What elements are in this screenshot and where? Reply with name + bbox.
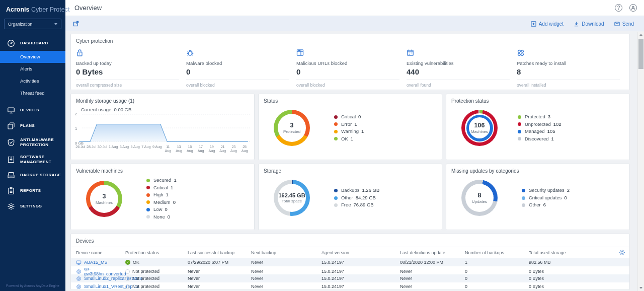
- sidebar-item-devices[interactable]: DEVICES: [0, 102, 65, 118]
- legend-label: Protected: [525, 113, 545, 121]
- table-row[interactable]: SmallLinux1_VRest_replica Not protected …: [71, 282, 629, 290]
- donut-center-label: Machines: [471, 129, 488, 134]
- scrollbar-thumb[interactable]: [638, 39, 643, 69]
- gear-icon: [7, 202, 15, 210]
- sidebar-item-reports[interactable]: REPORTS: [0, 183, 65, 198]
- legend-dot: [518, 115, 521, 119]
- sidebar-item-plans[interactable]: PLANS: [0, 118, 65, 133]
- storage-widget: Storage 162.45 GBTotal space Backups1.26…: [258, 164, 442, 230]
- protection-status-widget: Protection status 106Machines Protected3…: [446, 94, 630, 160]
- table-row[interactable]: ABA15_MS ✓OK 07/29/2020 6:07 PM Never 15…: [71, 258, 629, 266]
- legend-value: 2: [567, 187, 570, 194]
- legend-item: Backups1.26 GB: [334, 187, 379, 194]
- plus-square-icon: [531, 21, 536, 27]
- agent-version-cell: 15.0.24197: [321, 284, 400, 289]
- device-link[interactable]: SmallLinux1_VRest_replica: [71, 284, 125, 289]
- patch-icon: [517, 49, 620, 57]
- legend-label: High: [153, 191, 164, 199]
- help-icon[interactable]: ?: [615, 4, 622, 12]
- add-widget-button[interactable]: Add widget: [531, 21, 564, 27]
- sidebar-item-anti-malware[interactable]: ANTI-MALWARE PROTECTION: [0, 133, 65, 152]
- scroll-down-arrow[interactable]: [638, 285, 644, 291]
- column-header-number-of-backups[interactable]: Number of backups: [465, 250, 529, 255]
- sidebar-item-backup-storage[interactable]: BACKUP STORAGE: [0, 167, 65, 183]
- y-tick: 2: [75, 112, 77, 116]
- organization-selector[interactable]: Organization: [4, 19, 61, 29]
- top-bar: Overview ?: [65, 0, 644, 16]
- legend-item: Security updates2: [522, 187, 570, 194]
- legend-dot: [334, 196, 338, 200]
- stat-value: 0 Bytes: [76, 67, 179, 80]
- legend-dot: [146, 186, 150, 189]
- legend-value: 6: [543, 201, 546, 209]
- last-backup-cell: Never: [188, 269, 251, 274]
- legend-dot: [518, 122, 521, 126]
- x-tick: 17 Aug: [197, 145, 205, 154]
- table-settings-button[interactable]: [619, 249, 625, 257]
- column-header-total-used-storage[interactable]: Total used storage: [529, 250, 629, 255]
- x-tick: 11 Aug: [164, 145, 172, 154]
- sidebar-item-dashboard[interactable]: DASHBOARD: [0, 35, 65, 51]
- stat-label: Backed up today: [76, 60, 179, 66]
- legend-label: Low: [153, 206, 162, 213]
- sidebar-item-alerts[interactable]: Alerts: [0, 63, 65, 75]
- column-header-device-name[interactable]: Device name: [71, 250, 125, 255]
- sidebar-item-activities[interactable]: Activities: [0, 75, 65, 87]
- legend-dot: [146, 179, 150, 182]
- protection-status-cell: Not protected: [125, 269, 188, 274]
- legend-item: Other84.29 GB: [334, 194, 379, 202]
- backup-storage-icon: [7, 171, 15, 179]
- send-button[interactable]: Send: [614, 21, 634, 27]
- table-row[interactable]: qa-gw3t68hn_converted Not protected Neve…: [71, 266, 629, 274]
- sidebar-item-label: BACKUP STORAGE: [20, 173, 61, 178]
- vulnerable-machines-widget: Vulnerable machines 3Machines Secured1 C…: [70, 164, 255, 230]
- legend-item: Low0: [146, 206, 177, 213]
- sidebar: Acronis Cyber Protect Organization DASHB…: [0, 0, 65, 291]
- stat-sub-value: 443: [407, 89, 510, 90]
- dashboard-icon: [7, 39, 15, 47]
- legend-value: 0: [358, 113, 361, 121]
- legend-item: Medium0: [146, 199, 177, 206]
- sidebar-item-overview[interactable]: Overview: [0, 51, 65, 63]
- column-header-agent-version[interactable]: Agent version: [321, 250, 400, 255]
- device-link[interactable]: qa-gw3t68hn_converted: [71, 266, 125, 276]
- last-definitions-cell: Never: [400, 284, 465, 289]
- next-backup-cell: Never: [251, 260, 321, 265]
- stat-sub-value: 0: [296, 89, 399, 90]
- account-icon[interactable]: [629, 4, 637, 12]
- device-link[interactable]: SmallLinux2_replicaTestRDS: [71, 276, 125, 281]
- legend-item: Other6: [522, 201, 570, 209]
- sidebar-item-label: ANTI-MALWARE PROTECTION: [20, 137, 62, 148]
- legend-dot: [522, 196, 525, 200]
- sidebar-item-settings[interactable]: SETTINGS: [0, 198, 65, 214]
- column-header-next-backup[interactable]: Next backup: [251, 250, 321, 255]
- x-tick: 26 Jul: [75, 145, 85, 154]
- legend-label: Security updates: [529, 187, 565, 194]
- legend-item: None0: [146, 213, 177, 221]
- column-header-last-successful-backup[interactable]: Last successful backup: [188, 250, 251, 255]
- download-button[interactable]: Download: [574, 21, 604, 27]
- sidebar-item-threat-feed[interactable]: Threat feed: [0, 87, 65, 99]
- shield-check-icon: [7, 138, 15, 147]
- vulnerable-machines-donut-chart: 3Machines: [86, 181, 122, 217]
- expand-dashboard-button[interactable]: [73, 21, 79, 27]
- sidebar-item-software-management[interactable]: SOFTWARE MANAGEMENT: [0, 152, 65, 167]
- donut-center-value: 162.45 GB: [278, 192, 305, 198]
- donut-center-value: 3: [103, 193, 106, 200]
- storage-legend: Backups1.26 GB Other84.29 GB Free76.89 G…: [334, 187, 379, 209]
- download-icon: [574, 21, 579, 27]
- legend-item: High1: [146, 191, 177, 199]
- software-management-icon: [7, 155, 15, 164]
- device-name: ABA15_MS: [84, 260, 108, 265]
- scroll-up-arrow[interactable]: [638, 32, 644, 38]
- legend-value: 84.29 GB: [356, 194, 376, 202]
- legend-dot: [334, 189, 338, 192]
- stat-value: 8: [517, 67, 620, 80]
- donut-center-label: Updates: [472, 199, 487, 204]
- column-header-last-definitions-update[interactable]: Last definitions update: [400, 250, 465, 255]
- next-backup-cell: Never: [251, 276, 321, 281]
- column-header-protection-status[interactable]: Protection status: [125, 250, 188, 255]
- table-row[interactable]: SmallLinux2_replicaTestRDS Not protected…: [71, 274, 629, 282]
- device-link[interactable]: ABA15_MS: [71, 260, 125, 265]
- stat-label: Malicious URLs blocked: [296, 60, 399, 66]
